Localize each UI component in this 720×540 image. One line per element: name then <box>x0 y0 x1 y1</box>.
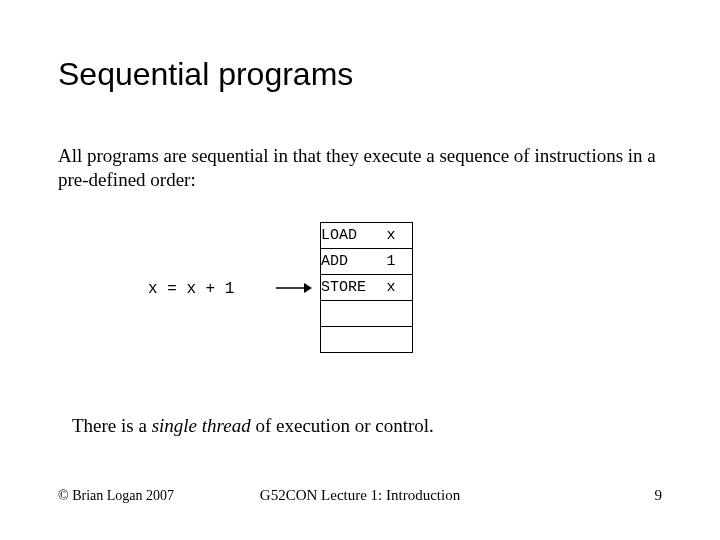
closing-emph: single thread <box>152 415 251 436</box>
instr-op <box>321 327 387 353</box>
instr-arg: x <box>387 275 413 301</box>
instr-op: ADD <box>321 249 387 275</box>
table-row <box>321 301 413 327</box>
closing-post: of execution or control. <box>251 415 434 436</box>
table-row: ADD 1 <box>321 249 413 275</box>
instruction-table: LOAD x ADD 1 STORE x <box>320 222 413 353</box>
page-title: Sequential programs <box>58 56 353 93</box>
svg-marker-1 <box>304 283 312 293</box>
table-row: LOAD x <box>321 223 413 249</box>
instr-op <box>321 301 387 327</box>
code-expression: x = x + 1 <box>148 280 234 298</box>
instr-arg <box>387 327 413 353</box>
instr-arg: x <box>387 223 413 249</box>
closing-sentence: There is a single thread of execution or… <box>72 415 434 437</box>
instr-op: LOAD <box>321 223 387 249</box>
arrow-right-icon <box>276 280 312 296</box>
closing-pre: There is a <box>72 415 152 436</box>
footer-lecture-title: G52CON Lecture 1: Introduction <box>0 487 720 504</box>
table-row <box>321 327 413 353</box>
table-row: STORE x <box>321 275 413 301</box>
slide: Sequential programs All programs are seq… <box>0 0 720 540</box>
instr-arg <box>387 301 413 327</box>
instr-arg: 1 <box>387 249 413 275</box>
intro-paragraph: All programs are sequential in that they… <box>58 144 670 192</box>
instr-op: STORE <box>321 275 387 301</box>
footer-page-number: 9 <box>655 487 663 504</box>
